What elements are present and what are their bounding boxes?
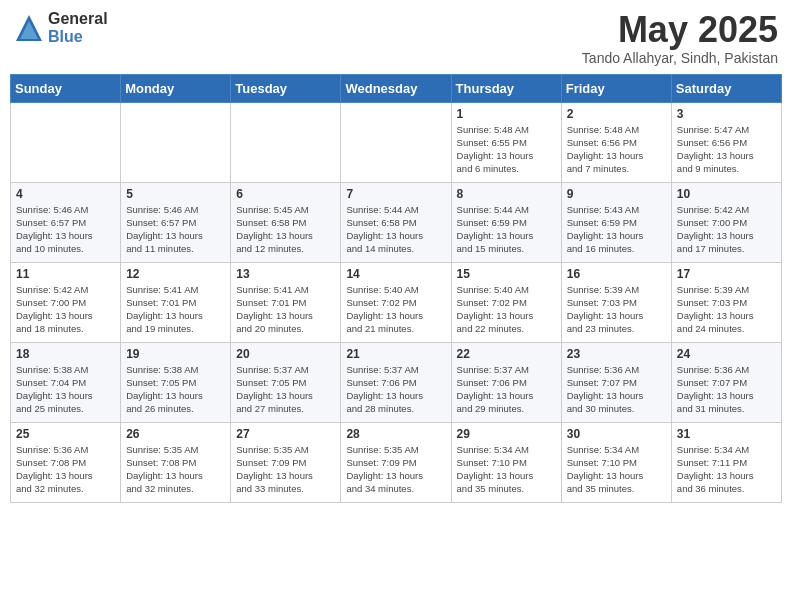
calendar-cell: 19Sunrise: 5:38 AM Sunset: 7:05 PM Dayli… bbox=[121, 342, 231, 422]
day-detail: Sunrise: 5:44 AM Sunset: 6:59 PM Dayligh… bbox=[457, 203, 556, 256]
day-detail: Sunrise: 5:42 AM Sunset: 7:00 PM Dayligh… bbox=[16, 283, 115, 336]
month-year: May 2025 bbox=[582, 10, 778, 50]
day-detail: Sunrise: 5:34 AM Sunset: 7:11 PM Dayligh… bbox=[677, 443, 776, 496]
day-number: 6 bbox=[236, 187, 335, 201]
calendar-cell: 15Sunrise: 5:40 AM Sunset: 7:02 PM Dayli… bbox=[451, 262, 561, 342]
day-number: 13 bbox=[236, 267, 335, 281]
day-detail: Sunrise: 5:39 AM Sunset: 7:03 PM Dayligh… bbox=[567, 283, 666, 336]
day-detail: Sunrise: 5:46 AM Sunset: 6:57 PM Dayligh… bbox=[16, 203, 115, 256]
logo-line1: General bbox=[48, 10, 108, 28]
day-number: 18 bbox=[16, 347, 115, 361]
calendar-cell: 26Sunrise: 5:35 AM Sunset: 7:08 PM Dayli… bbox=[121, 422, 231, 502]
day-number: 7 bbox=[346, 187, 445, 201]
calendar-cell bbox=[341, 102, 451, 182]
calendar-cell bbox=[231, 102, 341, 182]
calendar-cell: 10Sunrise: 5:42 AM Sunset: 7:00 PM Dayli… bbox=[671, 182, 781, 262]
calendar-cell: 21Sunrise: 5:37 AM Sunset: 7:06 PM Dayli… bbox=[341, 342, 451, 422]
calendar-table: SundayMondayTuesdayWednesdayThursdayFrid… bbox=[10, 74, 782, 503]
calendar-cell: 25Sunrise: 5:36 AM Sunset: 7:08 PM Dayli… bbox=[11, 422, 121, 502]
calendar-cell: 30Sunrise: 5:34 AM Sunset: 7:10 PM Dayli… bbox=[561, 422, 671, 502]
weekday-header: Saturday bbox=[671, 74, 781, 102]
day-detail: Sunrise: 5:48 AM Sunset: 6:55 PM Dayligh… bbox=[457, 123, 556, 176]
logo-text: General Blue bbox=[48, 10, 108, 45]
day-detail: Sunrise: 5:47 AM Sunset: 6:56 PM Dayligh… bbox=[677, 123, 776, 176]
day-detail: Sunrise: 5:36 AM Sunset: 7:07 PM Dayligh… bbox=[677, 363, 776, 416]
calendar-cell: 20Sunrise: 5:37 AM Sunset: 7:05 PM Dayli… bbox=[231, 342, 341, 422]
day-number: 15 bbox=[457, 267, 556, 281]
day-detail: Sunrise: 5:38 AM Sunset: 7:05 PM Dayligh… bbox=[126, 363, 225, 416]
calendar-week-row: 25Sunrise: 5:36 AM Sunset: 7:08 PM Dayli… bbox=[11, 422, 782, 502]
calendar-cell: 24Sunrise: 5:36 AM Sunset: 7:07 PM Dayli… bbox=[671, 342, 781, 422]
weekday-header: Tuesday bbox=[231, 74, 341, 102]
calendar-cell: 14Sunrise: 5:40 AM Sunset: 7:02 PM Dayli… bbox=[341, 262, 451, 342]
logo-line2: Blue bbox=[48, 28, 108, 46]
day-detail: Sunrise: 5:39 AM Sunset: 7:03 PM Dayligh… bbox=[677, 283, 776, 336]
day-number: 24 bbox=[677, 347, 776, 361]
day-number: 1 bbox=[457, 107, 556, 121]
day-detail: Sunrise: 5:37 AM Sunset: 7:06 PM Dayligh… bbox=[457, 363, 556, 416]
day-number: 30 bbox=[567, 427, 666, 441]
day-detail: Sunrise: 5:34 AM Sunset: 7:10 PM Dayligh… bbox=[567, 443, 666, 496]
day-number: 16 bbox=[567, 267, 666, 281]
day-detail: Sunrise: 5:35 AM Sunset: 7:09 PM Dayligh… bbox=[346, 443, 445, 496]
day-detail: Sunrise: 5:46 AM Sunset: 6:57 PM Dayligh… bbox=[126, 203, 225, 256]
day-detail: Sunrise: 5:41 AM Sunset: 7:01 PM Dayligh… bbox=[126, 283, 225, 336]
day-number: 10 bbox=[677, 187, 776, 201]
day-number: 29 bbox=[457, 427, 556, 441]
calendar-cell: 12Sunrise: 5:41 AM Sunset: 7:01 PM Dayli… bbox=[121, 262, 231, 342]
calendar-cell: 13Sunrise: 5:41 AM Sunset: 7:01 PM Dayli… bbox=[231, 262, 341, 342]
day-number: 26 bbox=[126, 427, 225, 441]
day-detail: Sunrise: 5:37 AM Sunset: 7:05 PM Dayligh… bbox=[236, 363, 335, 416]
calendar-cell: 28Sunrise: 5:35 AM Sunset: 7:09 PM Dayli… bbox=[341, 422, 451, 502]
calendar-cell: 22Sunrise: 5:37 AM Sunset: 7:06 PM Dayli… bbox=[451, 342, 561, 422]
calendar-cell: 9Sunrise: 5:43 AM Sunset: 6:59 PM Daylig… bbox=[561, 182, 671, 262]
title-block: May 2025 Tando Allahyar, Sindh, Pakistan bbox=[582, 10, 778, 66]
weekday-header: Wednesday bbox=[341, 74, 451, 102]
day-number: 31 bbox=[677, 427, 776, 441]
calendar-week-row: 4Sunrise: 5:46 AM Sunset: 6:57 PM Daylig… bbox=[11, 182, 782, 262]
calendar-cell: 1Sunrise: 5:48 AM Sunset: 6:55 PM Daylig… bbox=[451, 102, 561, 182]
calendar-week-row: 11Sunrise: 5:42 AM Sunset: 7:00 PM Dayli… bbox=[11, 262, 782, 342]
day-number: 14 bbox=[346, 267, 445, 281]
calendar-cell bbox=[11, 102, 121, 182]
day-detail: Sunrise: 5:35 AM Sunset: 7:09 PM Dayligh… bbox=[236, 443, 335, 496]
logo-icon bbox=[14, 13, 44, 43]
weekday-header: Friday bbox=[561, 74, 671, 102]
calendar-cell: 31Sunrise: 5:34 AM Sunset: 7:11 PM Dayli… bbox=[671, 422, 781, 502]
calendar-cell: 6Sunrise: 5:45 AM Sunset: 6:58 PM Daylig… bbox=[231, 182, 341, 262]
calendar-cell: 17Sunrise: 5:39 AM Sunset: 7:03 PM Dayli… bbox=[671, 262, 781, 342]
calendar-cell: 23Sunrise: 5:36 AM Sunset: 7:07 PM Dayli… bbox=[561, 342, 671, 422]
calendar-week-row: 1Sunrise: 5:48 AM Sunset: 6:55 PM Daylig… bbox=[11, 102, 782, 182]
day-detail: Sunrise: 5:40 AM Sunset: 7:02 PM Dayligh… bbox=[346, 283, 445, 336]
day-detail: Sunrise: 5:36 AM Sunset: 7:08 PM Dayligh… bbox=[16, 443, 115, 496]
calendar-week-row: 18Sunrise: 5:38 AM Sunset: 7:04 PM Dayli… bbox=[11, 342, 782, 422]
day-number: 27 bbox=[236, 427, 335, 441]
day-detail: Sunrise: 5:36 AM Sunset: 7:07 PM Dayligh… bbox=[567, 363, 666, 416]
day-number: 4 bbox=[16, 187, 115, 201]
day-detail: Sunrise: 5:34 AM Sunset: 7:10 PM Dayligh… bbox=[457, 443, 556, 496]
day-detail: Sunrise: 5:44 AM Sunset: 6:58 PM Dayligh… bbox=[346, 203, 445, 256]
day-detail: Sunrise: 5:42 AM Sunset: 7:00 PM Dayligh… bbox=[677, 203, 776, 256]
calendar-cell: 7Sunrise: 5:44 AM Sunset: 6:58 PM Daylig… bbox=[341, 182, 451, 262]
day-number: 28 bbox=[346, 427, 445, 441]
day-number: 12 bbox=[126, 267, 225, 281]
calendar-cell: 27Sunrise: 5:35 AM Sunset: 7:09 PM Dayli… bbox=[231, 422, 341, 502]
location: Tando Allahyar, Sindh, Pakistan bbox=[582, 50, 778, 66]
day-number: 19 bbox=[126, 347, 225, 361]
calendar-cell: 2Sunrise: 5:48 AM Sunset: 6:56 PM Daylig… bbox=[561, 102, 671, 182]
calendar-cell: 11Sunrise: 5:42 AM Sunset: 7:00 PM Dayli… bbox=[11, 262, 121, 342]
weekday-header: Monday bbox=[121, 74, 231, 102]
calendar-header-row: SundayMondayTuesdayWednesdayThursdayFrid… bbox=[11, 74, 782, 102]
day-detail: Sunrise: 5:45 AM Sunset: 6:58 PM Dayligh… bbox=[236, 203, 335, 256]
day-number: 8 bbox=[457, 187, 556, 201]
day-number: 3 bbox=[677, 107, 776, 121]
day-detail: Sunrise: 5:41 AM Sunset: 7:01 PM Dayligh… bbox=[236, 283, 335, 336]
day-number: 21 bbox=[346, 347, 445, 361]
day-number: 9 bbox=[567, 187, 666, 201]
calendar-cell bbox=[121, 102, 231, 182]
logo: General Blue bbox=[14, 10, 108, 45]
day-number: 17 bbox=[677, 267, 776, 281]
page-header: General Blue May 2025 Tando Allahyar, Si… bbox=[10, 10, 782, 66]
day-number: 20 bbox=[236, 347, 335, 361]
day-number: 5 bbox=[126, 187, 225, 201]
